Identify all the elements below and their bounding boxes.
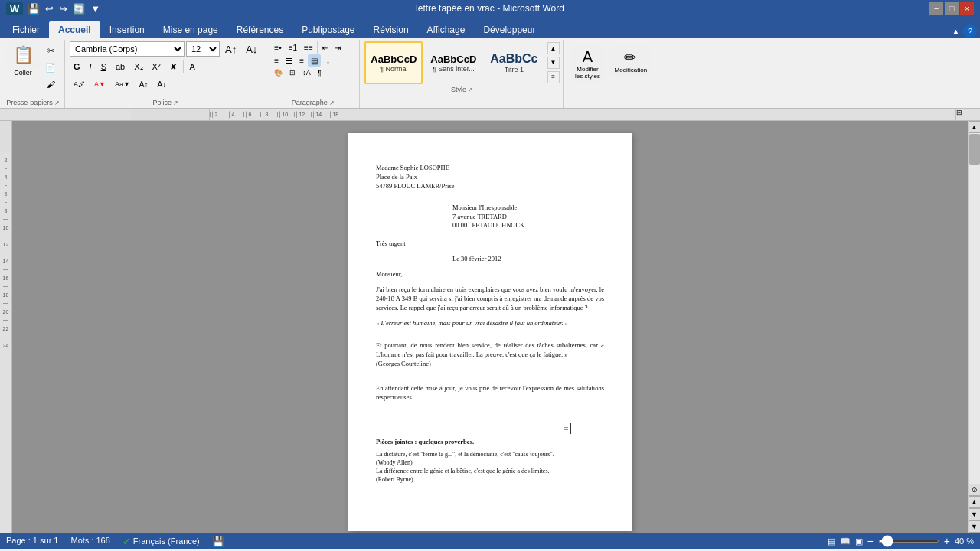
- scroll-thumb[interactable]: [969, 134, 980, 165]
- shading-button[interactable]: 🎨: [271, 67, 286, 78]
- show-marks-button[interactable]: ¶: [315, 67, 325, 78]
- coller-button[interactable]: 📋: [6, 41, 40, 69]
- scroll-down-button[interactable]: ▼: [969, 520, 981, 533]
- help-button[interactable]: ?: [963, 24, 977, 38]
- horizontal-ruler: │2 │4 │6 │8 │10 │12 │14 │18 ⊞: [0, 109, 980, 121]
- tab-insertion[interactable]: Insertion: [100, 21, 154, 38]
- tab-accueil[interactable]: Accueil: [49, 21, 100, 38]
- bullets-button[interactable]: ≡•: [271, 41, 284, 54]
- ruler-tool-button[interactable]: ⊞: [956, 109, 962, 116]
- para-row3: 🎨 ⊞ ↕A ¶: [271, 67, 324, 78]
- increase-indent-button[interactable]: ⇥: [332, 41, 344, 54]
- cut-button[interactable]: ✂: [41, 43, 60, 58]
- ribbon-body: 📋 Coller ✂ 📄 🖌 Presse-papiers ↗ Cambria …: [0, 38, 980, 109]
- line-spacing-button[interactable]: ↕: [323, 54, 333, 67]
- subscript-button[interactable]: X₂: [130, 59, 146, 74]
- align-center-button[interactable]: ☰: [283, 54, 296, 67]
- ribbon-collapse-button[interactable]: ▲: [952, 27, 960, 36]
- style-expand-icon[interactable]: ↗: [468, 86, 473, 93]
- scroll-up-button[interactable]: ▲: [969, 121, 981, 133]
- tab-affichage[interactable]: Affichage: [418, 21, 475, 38]
- shrink-font-button[interactable]: A↓: [154, 77, 171, 92]
- modifier-content: A Modifier les styles ✏ Modification: [570, 41, 653, 83]
- next-page-button[interactable]: ▼: [969, 508, 981, 520]
- maximize-button[interactable]: □: [945, 2, 959, 15]
- highlight-color-button[interactable]: A🖊: [70, 77, 89, 92]
- sort-button[interactable]: ↕A: [299, 67, 314, 78]
- style-scroll-up-button[interactable]: ▲: [547, 42, 560, 54]
- zoom-slider[interactable]: [878, 540, 939, 543]
- recipient-address1: 7 avenue TRETARD: [452, 213, 604, 222]
- font-format-row: G I S ab X₂ X² ✘ A: [70, 59, 199, 74]
- save-button[interactable]: 💾: [26, 3, 41, 15]
- bold-button[interactable]: G: [70, 59, 84, 74]
- quick-access-bar: 💾 ↩ ↪ 🔄 ▼: [26, 3, 102, 15]
- borders-button[interactable]: ⊞: [286, 67, 299, 78]
- date-text: Le 30 février 2012: [452, 255, 604, 264]
- document-save-icon[interactable]: 💾: [212, 536, 224, 547]
- view-normal-button[interactable]: ▤: [828, 536, 835, 546]
- presse-papiers-expand-icon[interactable]: ↗: [54, 99, 60, 106]
- tab-references[interactable]: Références: [227, 21, 292, 38]
- tab-mise-en-page[interactable]: Mise en page: [154, 21, 227, 38]
- redo-button[interactable]: ↪: [57, 3, 69, 15]
- tab-revision[interactable]: Révision: [364, 21, 418, 38]
- modifier-styles-button[interactable]: A Modifier les styles: [570, 44, 606, 83]
- font-size-select[interactable]: 12: [186, 41, 220, 57]
- text-color-button[interactable]: A▼: [90, 77, 109, 92]
- font-name-select[interactable]: Cambria (Corps): [70, 41, 185, 57]
- zoom-in-button[interactable]: +: [944, 535, 950, 547]
- refresh-button[interactable]: 🔄: [71, 3, 87, 15]
- view-reading-button[interactable]: 📖: [840, 536, 851, 546]
- paragraphe-expand-icon[interactable]: ↗: [329, 99, 335, 106]
- italic-button[interactable]: I: [86, 59, 96, 74]
- align-left-button[interactable]: ≡: [271, 54, 282, 67]
- tab-developpeur[interactable]: Développeur: [474, 21, 544, 38]
- group-style-label: Style ↗: [364, 86, 559, 93]
- strikethrough-button[interactable]: ab: [112, 59, 129, 74]
- numbering-button[interactable]: ≡1: [286, 41, 300, 54]
- police-expand-icon[interactable]: ↗: [173, 99, 178, 106]
- justify-button[interactable]: ▤: [308, 54, 321, 67]
- recipient-address2: 00 001 PETAOUCHNOCK: [452, 221, 604, 230]
- document-page[interactable]: Madame Sophie LOSOPHE Place de la Paix 5…: [348, 133, 632, 531]
- style-sans-label: ¶ Sans inter...: [433, 65, 475, 73]
- align-right-button[interactable]: ≡: [296, 54, 307, 67]
- text-effects-button[interactable]: A: [186, 59, 199, 74]
- clear-format-button[interactable]: ✘: [166, 59, 181, 74]
- superscript-button[interactable]: X²: [149, 59, 165, 74]
- format-painter-button[interactable]: 🖌: [41, 77, 60, 92]
- separator: [183, 60, 184, 73]
- minimize-button[interactable]: −: [929, 2, 943, 15]
- decrease-indent-button[interactable]: ⇤: [318, 41, 331, 54]
- salutation-text: Monsieur,: [376, 270, 604, 279]
- vertical-ruler: 2 4 6 8 10 12 14 16 18 20 22 24: [0, 121, 12, 533]
- decrease-font-button[interactable]: A↑: [221, 41, 240, 57]
- close-button[interactable]: ×: [960, 2, 974, 15]
- document-area[interactable]: Madame Sophie LOSOPHE Place de la Paix 5…: [12, 121, 968, 533]
- grow-font-button[interactable]: A↑: [136, 77, 152, 92]
- style-scroll-down-button[interactable]: ▼: [547, 57, 560, 69]
- increase-font-button[interactable]: A↓: [242, 41, 261, 57]
- font-dropdown-button[interactable]: Aa▼: [111, 77, 134, 92]
- select-browse-button[interactable]: ⊙: [969, 484, 981, 496]
- style-titre1-card[interactable]: AaBbCc Titre 1: [484, 41, 544, 84]
- style-more-button[interactable]: ≡: [547, 71, 560, 83]
- multilevel-button[interactable]: ≡≡: [301, 41, 316, 54]
- ruler-numbers: 2 4 6 8 10 12 14 16 18 20 22 24: [0, 152, 11, 354]
- group-style: AaBbCcD ¶ Normal AaBbCcD ¶ Sans inter...…: [361, 40, 563, 108]
- zoom-out-button[interactable]: −: [867, 535, 874, 547]
- tab-fichier[interactable]: Fichier: [3, 21, 49, 38]
- style-normal-card[interactable]: AaBbCcD ¶ Normal: [364, 41, 423, 84]
- undo-button[interactable]: ↩: [44, 3, 55, 15]
- prev-page-button[interactable]: ▲: [969, 496, 981, 508]
- underline-button[interactable]: S: [97, 59, 110, 74]
- tab-publipostage[interactable]: Publipostage: [292, 21, 364, 38]
- modification-button[interactable]: ✏ Modification: [609, 44, 653, 77]
- view-layout-button[interactable]: ▣: [855, 536, 863, 546]
- attachments-section: Pièces jointes : quelques proverbes. La …: [376, 438, 604, 484]
- scroll-track[interactable]: [969, 133, 980, 484]
- copy-button[interactable]: 📄: [41, 60, 60, 75]
- dropdown-button[interactable]: ▼: [89, 3, 102, 15]
- style-sans-inter-card[interactable]: AaBbCcD ¶ Sans inter...: [424, 41, 482, 84]
